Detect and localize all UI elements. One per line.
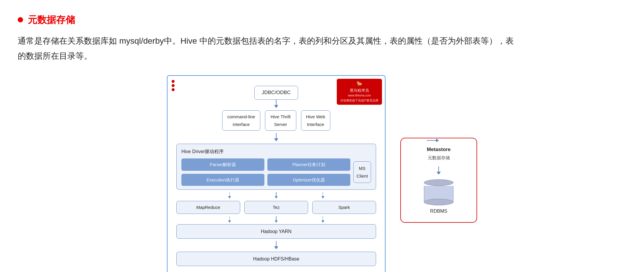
hdfs-box: Hadoop HDFS/HBase (176, 252, 376, 266)
processing-row: MapReduce Tez Spark (176, 201, 376, 214)
bullet-dot (18, 17, 23, 22)
thrift-box: Hive Thrift Server (265, 110, 296, 131)
multi-arrow-row-2 (206, 216, 346, 223)
multi-arrow-row (206, 192, 346, 199)
red-dot-2 (172, 84, 175, 87)
ms-arrow (426, 140, 440, 141)
logo-badge: 🐎 黑马程序员 www.itheima.com 传智播客旗下高端IT教育品牌 (337, 79, 382, 105)
cyl-bottom (424, 199, 453, 205)
main-diagram-box: 🐎 黑马程序员 www.itheima.com 传智播客旗下高端IT教育品牌 J… (167, 75, 386, 272)
driver-inner: Parser解析器 Execution执行器 Planner任务计划 Optim… (181, 158, 371, 186)
ms-client-box: MS Client (353, 161, 371, 183)
metastore-label: Metastore 元数据存储 (427, 145, 451, 161)
right-panel: Metastore 元数据存储 RDBMS (397, 140, 477, 223)
arrow-tez (275, 192, 278, 199)
parser-btn: Parser解析器 (181, 158, 264, 171)
mapreduce-box: MapReduce (176, 201, 240, 214)
driver-box: Hive Driver驱动程序 Parser解析器 Execution执行器 P… (176, 144, 376, 190)
paragraph-text: 通常是存储在关系数据库如 mysql/derby中。Hive 中的元数据包括表的… (18, 34, 520, 63)
arrow-mr (228, 192, 231, 199)
arrow-meta (437, 166, 441, 175)
arrow-2 (274, 133, 278, 141)
metastore-title: Metastore (427, 145, 451, 154)
arrow-y1 (228, 216, 231, 223)
logo-icon: 🐎 (340, 81, 378, 87)
driver-left: Parser解析器 Execution执行器 (181, 158, 264, 186)
arrow-right-line (427, 140, 439, 141)
rdbms-cylinder: RDBMS (424, 179, 453, 215)
arrow-y3 (321, 216, 324, 223)
interface-row: command-line interface Hive Thrift Serve… (176, 110, 376, 131)
diagram-wrapper: 🐎 黑马程序员 www.itheima.com 传智播客旗下高端IT教育品牌 J… (18, 75, 626, 272)
red-dots (172, 80, 175, 91)
jdbc-box: JDBC/ODBC (254, 86, 298, 100)
red-dot-1 (172, 80, 175, 83)
logo-name: 黑马程序员 (350, 88, 369, 93)
rdbms-label: RDBMS (430, 207, 447, 215)
cyl-top (424, 179, 453, 186)
planner-btn: Planner任务计划 (267, 158, 350, 171)
optimizer-btn: Optimizer优化器 (267, 174, 350, 186)
arrow-1 (274, 100, 278, 108)
red-dot-3 (172, 88, 175, 91)
spark-box: Spark (312, 201, 376, 214)
web-box: Hive Web Interface (301, 110, 330, 131)
metastore-panel: Metastore 元数据存储 RDBMS (400, 138, 477, 223)
execution-btn: Execution执行器 (181, 174, 264, 186)
cli-box: command-line interface (222, 110, 260, 131)
arrow-3 (274, 241, 278, 249)
arrow-spark (321, 192, 324, 199)
logo-tagline: 传智播客旗下高端IT教育品牌 (340, 99, 378, 102)
flow-container: JDBC/ODBC command-line interface Hive Th… (176, 86, 376, 268)
metastore-subtitle: 元数据存储 (427, 154, 451, 162)
tez-box: Tez (244, 201, 308, 214)
heading-text: 元数据存储 (28, 12, 75, 28)
yarn-box: Hadoop YARN (176, 224, 376, 239)
arrow-y2 (275, 216, 278, 223)
driver-right: Planner任务计划 Optimizer优化器 (267, 158, 350, 186)
ms-client-label: MS Client (357, 166, 368, 178)
section-heading: 元数据存储 (18, 12, 626, 28)
driver-label: Hive Driver驱动程序 (181, 148, 371, 155)
diagram-outer: 🐎 黑马程序员 www.itheima.com 传智播客旗下高端IT教育品牌 J… (167, 75, 477, 272)
logo-site: www.itheima.com (348, 94, 371, 97)
